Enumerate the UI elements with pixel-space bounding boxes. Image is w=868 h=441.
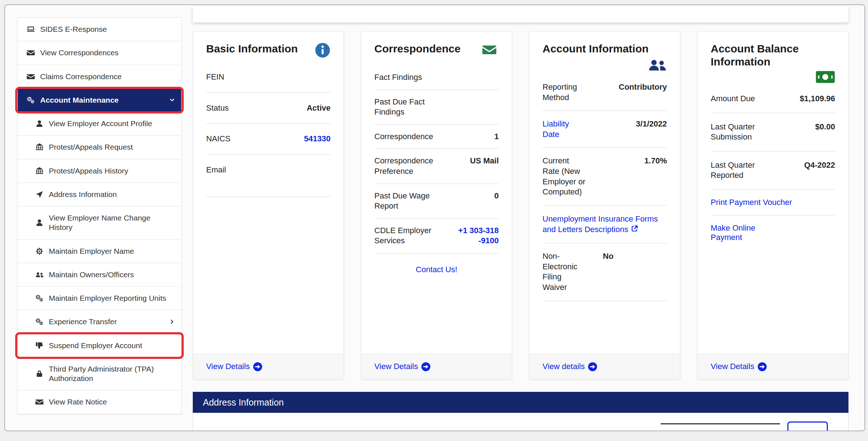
info-circle-icon[interactable] — [315, 42, 331, 58]
arrow-circle-right-icon — [588, 362, 597, 372]
sidebar-item-label: Account Maintenance — [40, 95, 164, 105]
card-account-balance-information: Account Balance Information Amount Due $… — [697, 31, 848, 380]
correspondence-preference-row: Correspondence Preference US Mail — [374, 149, 499, 184]
envelope-icon — [26, 72, 35, 81]
sidebar-item-label: Suspend Employer Account — [49, 341, 175, 350]
card-title: Basic Information — [206, 42, 298, 55]
card-title: Account Balance Information — [711, 42, 835, 68]
sidebar-item-maintain-employer-name[interactable]: Maintain Employer Name — [18, 240, 181, 263]
print-payment-voucher-link[interactable]: Print Payment Voucher — [711, 198, 792, 207]
sidebar-item-account-maintenance[interactable]: Account Maintenance — [18, 89, 181, 112]
sidebar-item-view-correspondences[interactable]: View Correspondences — [18, 41, 181, 65]
email-row: Email — [206, 155, 331, 197]
naics-row: NAICS 541330 — [206, 124, 331, 155]
cogs-icon — [35, 317, 44, 326]
row-label: Email — [206, 165, 226, 175]
app-viewport: SIDES E-Response View Correspondences Cl… — [4, 4, 865, 431]
chevron-right-icon — [169, 318, 175, 325]
sidebar-item-sides-e-response[interactable]: SIDES E-Response — [18, 18, 181, 41]
card-title: Correspondence — [374, 42, 460, 55]
naics-link[interactable]: 541330 — [304, 134, 331, 144]
address-information-header: Address Information — [193, 392, 848, 413]
lock-icon — [35, 369, 44, 378]
thumbs-down-icon — [35, 341, 44, 350]
address-card-body — [193, 413, 848, 431]
page-header-partial — [193, 6, 848, 22]
sidebar-item-view-rate-notice[interactable]: View Rate Notice — [18, 390, 181, 414]
current-rate-row: Current Rate (New Employer or Computed) … — [542, 148, 667, 205]
users-icon — [35, 270, 44, 279]
sidebar-item-label: Protest/Appeals Request — [49, 142, 175, 152]
correspondence-count-row: Correspondence 1 — [374, 125, 499, 149]
card-basic-information: Basic Information FEIN Status Active NAI… — [193, 31, 344, 380]
sidebar-item-label: Protest/Appeals History — [49, 166, 175, 176]
sidebar-item-claims-correspondence[interactable]: Claims Correspondence — [18, 65, 181, 89]
sidebar-item-label: View Employer Account Profile — [49, 119, 175, 128]
partial-button[interactable] — [787, 421, 828, 431]
fact-findings-row: Fact Findings — [374, 65, 499, 90]
sidebar-item-label: Maintain Employer Reporting Units — [49, 294, 175, 303]
view-details-label: View details — [542, 362, 585, 371]
ui-forms-link[interactable]: Unemployment Insurance Forms and Letters… — [542, 214, 658, 234]
view-details-label: View Details — [206, 362, 250, 371]
sidebar-item-view-employer-account-profile[interactable]: View Employer Account Profile — [18, 112, 181, 136]
sidebar-item-label: Address Information — [49, 190, 175, 199]
contact-us-link[interactable]: Contact Us! — [416, 265, 458, 274]
card-correspondence: Correspondence Fact Findings Past Due Fa… — [361, 31, 512, 380]
view-details-label: View Details — [374, 362, 418, 371]
bank-icon — [35, 143, 44, 151]
liability-date-link[interactable]: Liability Date — [542, 119, 587, 140]
sidebar-item-experience-transfer[interactable]: Experience Transfer — [18, 310, 181, 334]
external-link-icon — [630, 225, 638, 233]
card-footer: View Details — [361, 354, 512, 379]
envelope-icon — [35, 398, 44, 406]
row-label: Past Due Wage Report — [374, 191, 449, 211]
sidebar-item-suspend-employer-account[interactable]: Suspend Employer Account — [18, 334, 181, 357]
view-details-link[interactable]: View Details — [711, 362, 767, 372]
chevron-down-icon — [169, 97, 175, 103]
non-electronic-filing-waiver-row: Non-Electronic Filing Waiver No — [542, 243, 667, 301]
arrow-circle-right-icon — [757, 362, 767, 372]
reporting-method-row: Reporting Method Contributory — [542, 74, 667, 111]
section-title: Address Information — [203, 397, 284, 408]
phone-link[interactable]: +1 303-318-9100 — [457, 226, 499, 246]
envelope-icon — [480, 42, 499, 57]
amount-due-row: Amount Due $1,109.96 — [711, 85, 835, 113]
card-title: Account Information — [542, 42, 667, 55]
address-information-section: Address Information — [193, 392, 848, 431]
sidebar-item-label: Third Party Administrator (TPA) Authoriz… — [49, 364, 175, 384]
partial-table-line — [661, 423, 780, 424]
row-label: Last Quarter Submission — [711, 122, 765, 142]
cogs-icon — [35, 294, 44, 303]
view-details-link[interactable]: View details — [542, 362, 597, 372]
liability-date-value: 3/1/2022 — [636, 119, 667, 129]
sidebar-item-maintain-employer-reporting-units[interactable]: Maintain Employer Reporting Units — [18, 287, 181, 310]
row-label: Non-Electronic Filing Waiver — [542, 251, 587, 292]
money-bill-icon — [816, 70, 835, 84]
card-footer: View Details — [698, 354, 848, 379]
sidebar-item-tpa-authorization[interactable]: Third Party Administrator (TPA) Authoriz… — [18, 357, 181, 391]
view-details-link[interactable]: View Details — [374, 362, 431, 372]
print-payment-voucher-row: Print Payment Voucher — [711, 190, 835, 215]
sidebar-item-protest-appeals-request[interactable]: Protest/Appeals Request — [18, 136, 181, 159]
make-online-payment-link[interactable]: Make Online Payment — [711, 223, 779, 242]
arrow-circle-right-icon — [253, 362, 263, 372]
last-quarter-reported-value: Q4-2022 — [804, 160, 835, 171]
make-online-payment-row: Make Online Payment — [711, 215, 835, 250]
amount-due-value: $1,109.96 — [800, 94, 835, 104]
row-label: Status — [206, 103, 229, 114]
sidebar-item-address-information[interactable]: Address Information — [18, 183, 181, 206]
current-rate-value: 1.70% — [644, 156, 667, 166]
last-quarter-submission-value: $0.00 — [815, 122, 835, 132]
sidebar-item-view-employer-name-change-history[interactable]: View Employer Name Change History — [18, 206, 181, 240]
sidebar-item-protest-appeals-history[interactable]: Protest/Appeals History — [18, 159, 181, 183]
row-label: Correspondence — [374, 132, 433, 142]
sidebar-item-label: View Correspondences — [40, 48, 175, 57]
gear-icon — [35, 247, 44, 256]
user-icon — [35, 218, 44, 227]
sidebar-item-maintain-owners-officers[interactable]: Maintain Owners/Officers — [18, 263, 181, 287]
row-label: Past Due Fact Findings — [374, 97, 449, 117]
location-arrow-icon — [35, 190, 44, 199]
view-details-link[interactable]: View Details — [206, 362, 263, 372]
correspondence-count: 1 — [494, 132, 499, 142]
